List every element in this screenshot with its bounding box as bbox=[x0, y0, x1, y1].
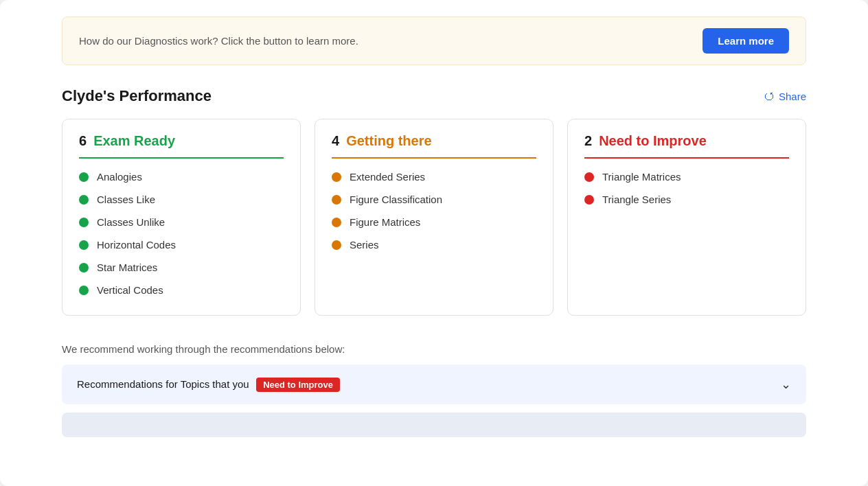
green-dot bbox=[79, 240, 89, 250]
need-to-improve-badge: Need to Improve bbox=[256, 378, 340, 392]
info-banner-text: How do our Diagnostics work? Click the b… bbox=[79, 35, 358, 47]
list-item: Series bbox=[332, 239, 536, 251]
green-dot bbox=[79, 172, 89, 182]
green-dot bbox=[79, 195, 89, 205]
red-dot bbox=[584, 172, 594, 182]
item-label: Classes Like bbox=[97, 194, 155, 205]
recommendation-accordion-content: Recommendations for Topics that you Need… bbox=[77, 378, 340, 391]
page-title: Clyde's Performance bbox=[62, 87, 212, 105]
page-container: How do our Diagnostics work? Click the b… bbox=[0, 0, 868, 486]
need-to-improve-label: Need to Improve bbox=[599, 133, 707, 149]
item-label: Star Matrices bbox=[97, 262, 157, 273]
item-label: Classes Unlike bbox=[97, 216, 165, 228]
item-label: Analogies bbox=[97, 171, 142, 183]
share-icon: ⭯ bbox=[764, 90, 775, 102]
exam-ready-count: 6 bbox=[79, 133, 87, 149]
getting-there-list: Extended Series Figure Classification Fi… bbox=[332, 171, 536, 251]
share-button[interactable]: ⭯ Share bbox=[764, 90, 806, 102]
list-item: Classes Unlike bbox=[79, 216, 284, 228]
green-dot bbox=[79, 286, 89, 295]
getting-there-divider bbox=[332, 157, 536, 159]
share-label: Share bbox=[779, 91, 806, 102]
item-label: Triangle Matrices bbox=[602, 171, 681, 183]
learn-more-button[interactable]: Learn more bbox=[703, 28, 789, 54]
getting-there-card: 4 Getting there Extended Series Figure C… bbox=[315, 119, 553, 316]
chevron-down-icon: ⌄ bbox=[781, 377, 791, 392]
list-item: Figure Matrices bbox=[332, 216, 536, 228]
exam-ready-header: 6 Exam Ready bbox=[79, 133, 284, 149]
recommendation-prefix: Recommendations for Topics that you bbox=[77, 378, 249, 390]
cards-grid: 6 Exam Ready Analogies Classes Like Clas… bbox=[62, 119, 806, 316]
exam-ready-label: Exam Ready bbox=[93, 133, 175, 149]
exam-ready-card: 6 Exam Ready Analogies Classes Like Clas… bbox=[62, 119, 301, 316]
list-item: Figure Classification bbox=[332, 194, 536, 205]
recommendation-text: We recommend working through the recomme… bbox=[62, 343, 806, 355]
exam-ready-list: Analogies Classes Like Classes Unlike Ho… bbox=[79, 171, 284, 296]
need-to-improve-header: 2 Need to Improve bbox=[584, 133, 789, 149]
bottom-strip bbox=[62, 413, 806, 437]
item-label: Extended Series bbox=[350, 171, 425, 183]
orange-dot bbox=[332, 240, 341, 250]
list-item: Star Matrices bbox=[79, 262, 284, 273]
performance-header: Clyde's Performance ⭯ Share bbox=[62, 87, 806, 105]
need-to-improve-list: Triangle Matrices Triangle Series bbox=[584, 171, 789, 205]
getting-there-count: 4 bbox=[332, 133, 339, 149]
orange-dot bbox=[332, 218, 341, 227]
orange-dot bbox=[332, 195, 341, 205]
list-item: Analogies bbox=[79, 171, 284, 183]
exam-ready-divider bbox=[79, 157, 284, 159]
green-dot bbox=[79, 218, 89, 227]
list-item: Extended Series bbox=[332, 171, 536, 183]
need-to-improve-card: 2 Need to Improve Triangle Matrices Tria… bbox=[567, 119, 806, 316]
item-label: Figure Classification bbox=[350, 194, 442, 205]
info-banner: How do our Diagnostics work? Click the b… bbox=[62, 16, 806, 65]
list-item: Triangle Series bbox=[584, 194, 789, 205]
getting-there-label: Getting there bbox=[346, 133, 431, 149]
green-dot bbox=[79, 263, 89, 273]
recommendation-accordion[interactable]: Recommendations for Topics that you Need… bbox=[62, 364, 806, 404]
item-label: Vertical Codes bbox=[97, 284, 163, 296]
getting-there-header: 4 Getting there bbox=[332, 133, 536, 149]
item-label: Figure Matrices bbox=[350, 216, 420, 228]
list-item: Triangle Matrices bbox=[584, 171, 789, 183]
need-to-improve-divider bbox=[584, 157, 789, 159]
need-to-improve-count: 2 bbox=[584, 133, 592, 149]
orange-dot bbox=[332, 172, 341, 182]
list-item: Vertical Codes bbox=[79, 284, 284, 296]
list-item: Horizontal Codes bbox=[79, 239, 284, 251]
red-dot bbox=[584, 195, 594, 205]
list-item: Classes Like bbox=[79, 194, 284, 205]
item-label: Triangle Series bbox=[602, 194, 671, 205]
item-label: Series bbox=[350, 239, 379, 251]
item-label: Horizontal Codes bbox=[97, 239, 176, 251]
